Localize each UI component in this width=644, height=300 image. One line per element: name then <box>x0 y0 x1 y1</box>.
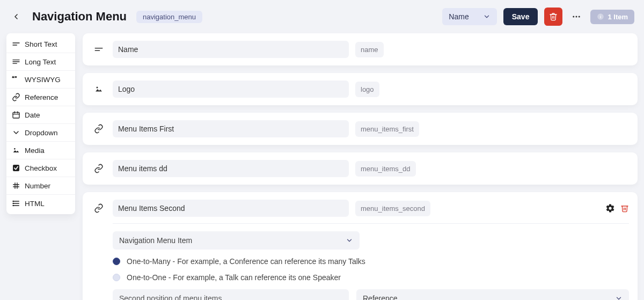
reference-icon <box>91 121 106 136</box>
chevron-down-icon <box>346 237 353 244</box>
short-text-icon <box>12 40 20 48</box>
date-icon <box>12 111 20 119</box>
field-type-label: Reference <box>363 294 398 300</box>
svg-point-31 <box>97 87 98 89</box>
sidebar-item-label: Short Text <box>25 40 57 48</box>
sidebar-item-label: Reference <box>25 93 58 101</box>
svg-rect-6 <box>601 15 601 16</box>
field-card[interactable]: Menu items dd menu_items_dd <box>83 152 638 185</box>
back-button[interactable] <box>10 10 23 23</box>
sidebar-item-checkbox[interactable]: Checkbox <box>6 159 75 177</box>
dropdown-icon <box>12 128 20 137</box>
short-text-icon <box>91 42 106 57</box>
field-slug: name <box>355 42 384 57</box>
field-type-select[interactable]: Reference <box>356 289 629 300</box>
reference-icon <box>91 201 106 216</box>
relation-option-one-to-many[interactable]: One-to-Many - For example, a Conference … <box>113 257 629 266</box>
display-field-select[interactable]: Name <box>442 8 496 25</box>
media-icon <box>91 82 106 97</box>
checkbox-icon <box>12 164 20 172</box>
reference-model-select[interactable]: Navigation Menu Item <box>113 231 360 250</box>
sidebar-item-dropdown[interactable]: Dropdown <box>6 124 75 142</box>
svg-point-1 <box>576 16 577 18</box>
display-field-label: Name <box>449 12 469 21</box>
field-name-input[interactable]: Name <box>113 41 349 58</box>
field-settings-button[interactable] <box>605 203 615 213</box>
sidebar-item-label: HTML <box>25 200 45 208</box>
field-slug: logo <box>355 82 379 97</box>
svg-text:❝❞: ❝❞ <box>12 76 17 81</box>
delete-model-button[interactable] <box>544 8 562 26</box>
svg-rect-13 <box>13 112 19 118</box>
field-name-input[interactable]: Menu items dd <box>113 160 349 177</box>
sidebar-item-label: Number <box>25 182 50 190</box>
svg-point-17 <box>14 148 16 150</box>
sidebar-item-label: WYSIWYG <box>25 76 61 84</box>
relation-option-one-to-one[interactable]: One-to-One - For example, a Talk can ref… <box>113 273 629 282</box>
svg-point-2 <box>579 16 580 18</box>
field-card-expanded: Menu Items Second menu_items_second Navi… <box>83 192 638 300</box>
field-card[interactable]: Logo logo <box>83 73 638 105</box>
sidebar-item-label: Dropdown <box>25 129 58 137</box>
field-name-input[interactable]: Menu Items First <box>113 120 349 137</box>
relation-option-label: One-to-Many - For example, a Conference … <box>127 257 365 266</box>
wysiwyg-icon: ❝❞ <box>12 75 20 84</box>
field-slug: menu_items_second <box>355 201 430 216</box>
field-description-input[interactable]: Second position of menu items <box>113 289 349 300</box>
sidebar-item-date[interactable]: Date <box>6 106 75 124</box>
long-text-icon <box>12 57 20 66</box>
field-name-input[interactable]: Menu Items Second <box>113 200 349 217</box>
sidebar-item-short-text[interactable]: Short Text <box>6 35 75 53</box>
svg-point-28 <box>13 205 13 206</box>
svg-point-26 <box>13 201 13 201</box>
sidebar-item-label: Checkbox <box>25 164 57 172</box>
radio-selected-icon <box>113 258 120 265</box>
svg-rect-5 <box>601 16 601 18</box>
field-card[interactable]: Name name <box>83 33 638 65</box>
sidebar-item-html[interactable]: HTML <box>6 195 75 212</box>
sidebar-item-reference[interactable]: Reference <box>6 89 75 106</box>
reference-model-label: Navigation Menu Item <box>119 236 192 245</box>
sidebar-item-label: Long Text <box>25 58 56 66</box>
save-button[interactable]: Save <box>503 8 538 25</box>
more-menu-button[interactable] <box>569 8 584 26</box>
chevron-down-icon <box>615 295 623 300</box>
number-icon <box>12 181 20 190</box>
model-slug-pill: navigation_menu <box>136 11 202 23</box>
page-title: Navigation Menu <box>32 10 127 24</box>
field-types-sidebar: Short Text Long Text ❝❞ WYSIWYG Referenc… <box>6 33 75 214</box>
sidebar-item-wysiwyg[interactable]: ❝❞ WYSIWYG <box>6 71 75 89</box>
field-delete-button[interactable] <box>620 204 629 213</box>
sidebar-item-label: Date <box>25 111 40 119</box>
field-slug: menu_items_dd <box>355 161 416 177</box>
sidebar-item-media[interactable]: Media <box>6 142 75 159</box>
reference-icon <box>12 93 20 101</box>
item-count-label: 1 Item <box>608 13 628 21</box>
reference-icon <box>91 161 106 176</box>
svg-rect-18 <box>13 165 19 171</box>
field-name-input[interactable]: Logo <box>113 81 349 98</box>
fields-list: Name name Logo logo Menu Items First men… <box>83 33 638 300</box>
sidebar-item-number[interactable]: Number <box>6 177 75 195</box>
info-icon <box>597 13 604 20</box>
relation-option-label: One-to-One - For example, a Talk can ref… <box>127 273 341 282</box>
field-card[interactable]: Menu Items First menu_items_first <box>83 113 638 145</box>
radio-unselected-icon <box>113 274 120 281</box>
sidebar-item-long-text[interactable]: Long Text <box>6 53 75 71</box>
sidebar-item-label: Media <box>25 147 45 155</box>
field-slug: menu_items_first <box>355 121 419 137</box>
html-icon <box>12 199 20 208</box>
item-count-pill[interactable]: 1 Item <box>590 10 634 24</box>
chevron-down-icon <box>483 13 491 20</box>
divider <box>113 223 629 224</box>
svg-point-27 <box>13 203 13 203</box>
svg-point-0 <box>573 16 575 18</box>
media-icon <box>12 146 20 155</box>
